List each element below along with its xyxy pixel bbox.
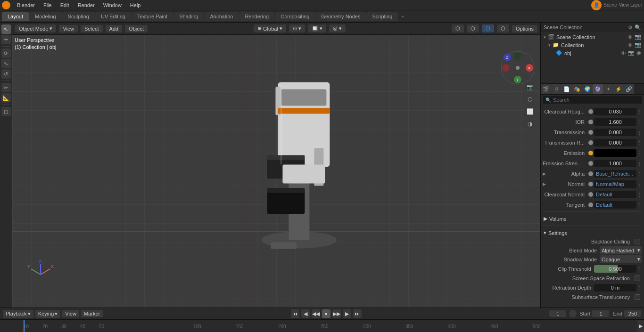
perspective-toggle-btn[interactable]: ⬡ (525, 94, 535, 105)
properties-search-input[interactable] (553, 97, 639, 103)
collection-eye-icon[interactable]: 👁 (627, 42, 633, 48)
timeline-view-menu[interactable]: View (62, 310, 79, 317)
transform-tool[interactable]: ⟳ (1, 49, 11, 58)
measure-tool[interactable]: 📐 (1, 93, 11, 103)
obj-select-icon[interactable]: ◉ (636, 50, 641, 56)
snapping-toggle[interactable]: 🔲 ▾ (308, 24, 326, 32)
marker-menu[interactable]: Marker (81, 310, 103, 317)
transform-pivot[interactable]: ⊙ ▾ (289, 24, 305, 32)
outliner-item-scene[interactable]: ▾ 🎬 Scene Collection 👁 📷 (541, 33, 644, 41)
current-frame-input[interactable]: 1 (549, 310, 566, 317)
tab-geometry-nodes[interactable]: Geometry Nodes (315, 12, 366, 21)
clearcoat-roughness-value[interactable]: 0.030 (594, 108, 636, 115)
cursor-tool[interactable]: ↖ (1, 24, 11, 34)
prev-frame-btn[interactable]: ◀ (301, 309, 310, 318)
jump-to-end-btn[interactable]: ⏭ (353, 309, 362, 318)
normal-expand[interactable]: ▶ (543, 182, 546, 186)
alpha-dot[interactable] (588, 171, 593, 176)
playback-menu[interactable]: Playback ▾ (3, 310, 33, 318)
keying-menu[interactable]: Keying ▾ (35, 310, 61, 318)
prop-tab-render[interactable]: 🎬 (541, 84, 551, 94)
ior-value[interactable]: 1.600 (594, 118, 636, 126)
add-workspace-button[interactable]: + (398, 13, 407, 20)
viewport-shading-render[interactable]: ⬡ (497, 24, 509, 32)
menu-edit[interactable]: Edit (57, 1, 73, 9)
menu-render[interactable]: Render (74, 1, 99, 9)
normal-dot[interactable] (588, 182, 593, 186)
camera-view-btn[interactable]: 📷 (525, 82, 535, 92)
alpha-value[interactable]: Base_Refraction_inv... (594, 170, 636, 178)
emission-dot[interactable] (588, 151, 593, 155)
add-cube-tool[interactable]: ◻ (1, 107, 11, 116)
backface-culling-checkbox[interactable] (635, 239, 640, 244)
tab-uv-editing[interactable]: UV Editing (95, 12, 131, 21)
clearcoat-roughness-dot[interactable] (588, 109, 593, 114)
shadow-mode-dropdown[interactable]: Opaque ▾ (600, 255, 642, 263)
transmission-value[interactable]: 0.000 (594, 129, 636, 136)
clip-threshold-slider[interactable]: 0.500 (594, 265, 636, 273)
volume-section[interactable]: ▶ Volume (543, 214, 642, 224)
prop-tab-view-layer[interactable]: 📄 (561, 84, 572, 94)
alpha-expand[interactable]: ▶ (543, 171, 546, 176)
prop-tab-scene[interactable]: 🎭 (572, 84, 582, 94)
object-mode-dropdown[interactable]: Object Mode ▾ (15, 24, 56, 32)
viewport-options[interactable]: Options (512, 25, 537, 32)
rotate-tool[interactable]: ↺ (1, 69, 11, 79)
scale-tool[interactable]: ⤡ (1, 59, 11, 68)
viewport-object-menu[interactable]: Object (125, 25, 148, 32)
tangent-value[interactable]: Default (594, 201, 636, 209)
settings-section[interactable]: ▾ Settings (543, 228, 642, 238)
tab-compositing[interactable]: Compositing (275, 12, 315, 21)
scene-camera-icon[interactable]: 📷 (635, 34, 641, 40)
clearcoat-normal-dot[interactable] (588, 192, 593, 197)
jump-to-start-btn[interactable]: ⏮ (291, 309, 299, 318)
normal-value[interactable]: Normal/Map (594, 180, 636, 188)
scene-eye-icon[interactable]: 👁 (627, 34, 633, 40)
viewport-shading-material[interactable]: ⬡ (482, 24, 494, 32)
emission-strength-value[interactable]: 1.000 (594, 160, 636, 167)
tab-modeling[interactable]: Modeling (29, 12, 62, 21)
timeline-scroll-end[interactable]: ▶ (637, 320, 644, 332)
outliner-item-obj[interactable]: 🔷 obj 👁 📷 ◉ (541, 49, 644, 57)
outliner-item-collection[interactable]: ▾ 📁 Collection 👁 📷 (541, 41, 644, 49)
screen-space-refraction-checkbox[interactable] (635, 275, 640, 281)
play-btn[interactable]: ● (322, 309, 330, 318)
prop-tab-material[interactable]: 🔮 (593, 84, 603, 94)
menu-window[interactable]: Window (99, 1, 125, 9)
prop-tab-world[interactable]: 🌍 (582, 84, 593, 94)
outliner-filter-icon[interactable]: ⚙ (628, 24, 633, 31)
menu-blender[interactable]: Blender (13, 1, 39, 9)
proportional-editing[interactable]: ◎ ▾ (329, 24, 346, 32)
viewport-select-menu[interactable]: Select (81, 25, 103, 32)
frame-numbers-bar[interactable]: 10 20 30 40 50 100 150 200 250 300 350 4… (0, 320, 644, 332)
prop-tab-particles[interactable]: ✦ (603, 84, 613, 94)
tab-animation[interactable]: Animation (205, 12, 239, 21)
next-frame-btn[interactable]: ▶ (343, 309, 351, 318)
emission-value[interactable] (594, 149, 636, 157)
viewport-shading-solid[interactable]: ⬡ (467, 24, 479, 32)
viewport-add-menu[interactable]: Add (106, 25, 123, 32)
emission-strength-dot[interactable] (588, 161, 593, 166)
outliner-search-icon[interactable]: 🔍 (635, 24, 641, 31)
tangent-dot[interactable] (588, 202, 593, 207)
play-reverse-btn[interactable]: ◀◀ (312, 309, 320, 318)
tab-layout[interactable]: Layout (2, 12, 29, 21)
move-tool[interactable]: ✛ (1, 35, 11, 44)
annotate-tool[interactable]: ✏ (1, 83, 11, 92)
local-view-btn[interactable]: ⬜ (525, 106, 535, 117)
transmission-dot[interactable] (588, 130, 593, 135)
obj-render-icon[interactable]: 📷 (628, 50, 635, 56)
clearcoat-normal-value[interactable]: Default (594, 191, 636, 198)
3d-viewport[interactable]: Object Mode ▾ View Select Add Object ⊕ G… (12, 23, 540, 308)
transmission-r-value[interactable]: 0.000 (594, 139, 636, 146)
transmission-r-dot[interactable] (588, 140, 593, 145)
orientation-dropdown[interactable]: ⊕ Global ▾ (254, 24, 286, 32)
menu-help[interactable]: Help (126, 1, 145, 9)
play-forward-btn[interactable]: ▶▶ (332, 309, 341, 318)
blend-mode-dropdown[interactable]: Alpha Hashed ▾ (600, 246, 642, 254)
tab-texture-paint[interactable]: Texture Paint (132, 12, 173, 21)
tab-sculpting[interactable]: Sculpting (62, 12, 95, 21)
subsurface-translucency-checkbox[interactable] (635, 294, 640, 300)
end-frame-input[interactable]: 250 (624, 310, 641, 317)
viewport-view-menu[interactable]: View (59, 25, 78, 32)
